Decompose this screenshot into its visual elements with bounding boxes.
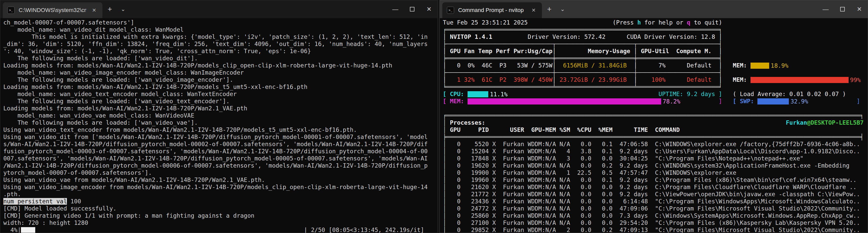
terminal-line: Loading models from: models/Wan-AI/Wan2.… <box>3 105 437 112</box>
terminal-line: │ GPU Fan Temp Perf Pwr:Usg/Cap│ Memory-… <box>443 48 868 55</box>
terminal-line: [ MEM: 78.2% ] [ SWP: 32.9% ] <box>443 97 868 105</box>
terminal-line: The following models are loaded: ['wan_v… <box>3 97 437 105</box>
terminal-line: ': 40, 'window_size': (-1, -1), 'qk_norm… <box>3 48 437 55</box>
terminal-line: 007.safetensors', 'models/Wan-AI/Wan2.1-… <box>3 155 437 162</box>
terminal-line: /Wan2.1-I2V-14B-720P/diffusion_pytorch_m… <box>3 162 437 169</box>
maximize-icon <box>840 7 845 11</box>
close-button[interactable]: ✕ <box>421 0 437 18</box>
terminal-line: Using wan_video_image_encoder from model… <box>3 183 437 191</box>
tab-close-icon[interactable]: ✕ <box>90 6 98 14</box>
new-tab-button[interactable]: + <box>102 0 117 18</box>
terminal-line: fusion_pytorch_model-00003-of-00007.safe… <box>3 148 437 155</box>
terminal-line: model_name: wan_video_vae model_class: W… <box>3 112 437 119</box>
left-terminal[interactable]: ch_model-00007-of-00007.safetensors'] mo… <box>0 18 437 233</box>
tab-dropdown-icon[interactable]: ⌄ <box>117 0 129 18</box>
terminal-line: width: 720 : height 1280 <box>3 219 437 226</box>
terminal-line: ╒═══════════════════════════════════════… <box>443 26 868 33</box>
right-titlebar: >_ Command Prompt - nvitop ✕ + ⌄ — ✕ <box>440 0 868 18</box>
terminal-line: ╞══════════════════════════════╪════════… <box>443 55 868 62</box>
terminal-line: │ 0 19900 X Furkan WDDM:N/A 1 22.5 0.5 4… <box>443 169 868 176</box>
left-terminal-output: ch_model-00007-of-00007.safetensors'] mo… <box>3 19 437 233</box>
terminal-line: │ 0 5520 X Furkan WDDM:N/A N/A 0.0 0.1 4… <box>443 141 868 148</box>
terminal-line: ytorch_model-00007-of-00007.safetensors'… <box>3 169 437 176</box>
terminal-line: ├──────────────────────────────┼────────… <box>443 69 868 76</box>
close-button[interactable]: ✕ <box>851 0 868 18</box>
terminal-line: │ GPU PID USER GPU-MEM %SM %CPU %MEM TIM… <box>443 126 868 134</box>
terminal-line: │ 0 27100 X Furkan WDDM:N/A N/A 0.0 0.0 … <box>443 219 868 226</box>
terminal-line: │ 0 19960 X Furkan WDDM:N/A N/A 0.0 0.1 … <box>443 176 868 183</box>
right-nvitop-window: >_ Command Prompt - nvitop ✕ + ⌄ — ✕ Tue… <box>439 0 868 233</box>
terminal-line: │ Processes: Furkan@DESKTOP-LEEL5B7 <box>443 119 868 126</box>
terminal-line: The following models are loaded: ['wan_v… <box>3 55 437 62</box>
terminal-line: │ 0 24772 X Furkan WDDM:N/A N/A 0.0 0.0 … <box>443 205 868 212</box>
terminal-line: This model is initialized with extra kwa… <box>3 33 437 40</box>
cpu-usage-bar: 11.1% <box>468 91 655 97</box>
terminal-line: ╘══════════════════════════════╧════════… <box>443 83 868 90</box>
terminal-line: Loading models from: models/Wan-AI/Wan2.… <box>3 83 437 90</box>
terminal-line: │ 0 15204 X Furkan WDDM:N/A 4 3.8 0.1 9.… <box>443 148 868 155</box>
terminal-line: _dim': 36, 'dim': 5120, 'ffn_dim': 13824… <box>3 40 437 48</box>
terminal-line: Loading models from: models/Wan-AI/Wan2.… <box>3 62 437 69</box>
terminal-line: │ 0 17848 X Furkan WDDM:N/A 3 0.0 0.0 30… <box>443 155 868 162</box>
terminal-line: │ 0 19620 X Furkan WDDM:N/A N/A 0.0 0.2 … <box>443 162 868 169</box>
titlebar-drag-area[interactable] <box>568 0 817 18</box>
new-tab-button[interactable]: + <box>542 0 557 18</box>
terminal-line: │ 1 32% 61C P2 398W / 450W│ 23.72GiB / 2… <box>443 76 868 83</box>
terminal-line: │ 0 29852 X Furkan WDDM:N/A 2 0.0 0.2 47… <box>443 226 868 233</box>
terminal-line: .pth. <box>3 191 437 198</box>
terminal-line: │ 0 0% 46C P3 53W / 575W│ 6156MiB / 31.8… <box>443 62 868 69</box>
terminal-line: num_persistent_val 100 <box>3 198 437 205</box>
terminal-line: [ CPU: 11.1% UPTIME: 9.2 days ] ( Load A… <box>443 90 868 97</box>
terminal-line: Tue Feb 25 23:51:21 2025 (Press h for he… <box>443 19 868 26</box>
maximize-button[interactable] <box>834 0 851 18</box>
terminal-line <box>443 105 868 112</box>
terminal-line: [CMD] Generating video 1/1 with prompt: … <box>3 212 437 219</box>
tab-dropdown-icon[interactable]: ⌄ <box>557 0 568 18</box>
cmd-icon: >_ <box>447 7 454 14</box>
right-terminal-output: Tue Feb 25 23:51:21 2025 (Press h for he… <box>443 19 868 233</box>
tab-close-icon[interactable]: ✕ <box>530 6 537 14</box>
tab-title: C:\WINDOWS\system32\cmd. <box>19 7 86 13</box>
terminal-line: │ 0 21620 X Furkan WDDM:N/A N/A 0.0 0.0 … <box>443 183 868 191</box>
terminal-line: ├──────────────────────────────┬────────… <box>443 40 868 48</box>
terminal-line: ╒═══════════════════════════════════════… <box>443 112 868 119</box>
titlebar-drag-area[interactable] <box>129 0 387 18</box>
terminal-line: 4%| | 2/50 [08:05<3:13:45, 242.19s/it] <box>3 226 437 233</box>
tab-title: Command Prompt - nvitop <box>458 7 526 13</box>
tqdm-progress-fill <box>21 227 35 233</box>
maximize-button[interactable] <box>404 0 421 18</box>
terminal-line: The following models are loaded: ['wan_v… <box>3 76 437 83</box>
terminal-line: model_name: wan_video_dit model_class: W… <box>3 26 437 33</box>
minimize-button[interactable]: — <box>387 0 404 18</box>
terminal-line: │ NVITOP 1.4.1 Driver Version: 572.42 CU… <box>443 33 868 40</box>
left-cmd-window: >_ C:\WINDOWS\system32\cmd. ✕ + ⌄ — ✕ ch… <box>0 0 438 233</box>
mem-usage-bar: 78.2% <box>468 98 715 105</box>
terminal-line: [CMD] Model loaded successfully. <box>3 205 437 212</box>
terminal-line: Using wan_video_vae from models/Wan-AI/W… <box>3 176 437 183</box>
gpu0-mem-bar: 18.9% <box>750 63 849 69</box>
terminal-line: s/Wan-AI/Wan2.1-I2V-14B-720P/diffusion_p… <box>3 141 437 148</box>
terminal-line: │ 0 21772 X Furkan WDDM:N/A N/A 0.0 0.0 … <box>443 191 868 198</box>
maximize-icon <box>410 7 414 11</box>
terminal-line: Using wan_video_text_encoder from models… <box>3 126 437 134</box>
terminal-line: model_name: wan_video_text_encoder model… <box>3 90 437 97</box>
terminal-line: ╞═══════════════════════════════════════… <box>443 134 868 141</box>
gpu1-mem-bar: 99% <box>750 77 849 83</box>
tab-nvitop[interactable]: >_ Command Prompt - nvitop ✕ <box>442 2 542 18</box>
terminal-line: │ 0 25860 X Furkan WDDM:N/A N/A 0.0 0.0 … <box>443 212 868 219</box>
cmd-icon: >_ <box>7 7 14 14</box>
tab-cmd[interactable]: >_ C:\WINDOWS\system32\cmd. ✕ <box>3 2 102 18</box>
swap-usage-bar: 32.9% <box>757 98 853 105</box>
terminal-line: model_name: wan_video_image_encoder mode… <box>3 69 437 76</box>
right-terminal[interactable]: Tue Feb 25 23:51:21 2025 (Press h for he… <box>440 18 868 233</box>
terminal-line: │ 0 23436 X Furkan WDDM:N/A N/A 0.0 0.0 … <box>443 198 868 205</box>
terminal-line: Using wan_video_dit from ['models/Wan-AI… <box>3 134 437 141</box>
left-titlebar: >_ C:\WINDOWS\system32\cmd. ✕ + ⌄ — ✕ <box>0 0 437 18</box>
minimize-button[interactable]: — <box>817 0 834 18</box>
terminal-line: ch_model-00007-of-00007.safetensors'] <box>3 19 437 26</box>
terminal-line: The following models are loaded: ['wan_v… <box>3 119 437 126</box>
